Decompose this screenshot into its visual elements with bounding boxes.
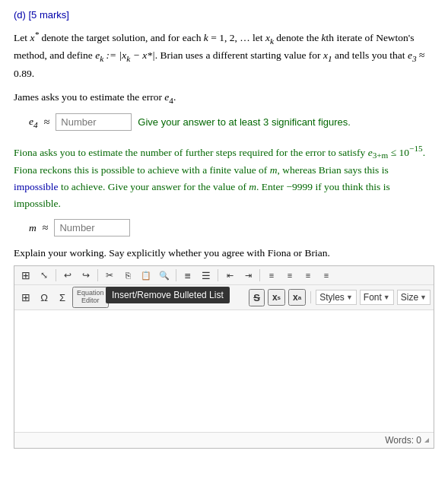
e4-hint: Give your answer to at least 3 significa… [138,116,351,128]
styles-arrow-icon: ▼ [346,294,353,301]
table-btn[interactable]: ⊞ [17,268,34,283]
fiona-text: Fiona asks you to estimate the number of… [14,141,434,211]
outdent-btn[interactable]: ⇤ [221,268,238,283]
e3m-sub: 3+m [373,151,389,160]
sep2 [97,269,98,281]
x1-var: x1 [323,49,332,61]
e3-val: e3 [408,49,417,61]
size-dropdown[interactable]: Size ▼ [397,290,431,305]
kth-var: k [322,32,326,43]
search-btn[interactable]: 🔍 [156,268,173,283]
undo-btn[interactable]: ↩ [59,268,76,283]
e4-number-input[interactable] [56,113,132,131]
redo-btn[interactable]: ↪ [78,268,94,283]
sigma-btn[interactable]: Σ [54,290,71,305]
subscript-btn[interactable]: xs [268,289,285,306]
e4-sub-inline: 4 [169,96,173,105]
row2-right: S xs xa Styles ▼ Font ▼ Size ▼ [249,289,431,306]
strikethrough-btn[interactable]: S [249,289,265,306]
k-var: k [204,32,208,43]
omega-btn[interactable]: Ω [36,290,52,305]
resize-handle-icon[interactable] [424,438,429,443]
styles-label: Styles [319,292,345,303]
align-left-btn[interactable]: ≡ [263,268,280,283]
sep6 [310,291,311,303]
ek-def: ek := |xk − x*| [95,49,154,61]
toolbar-row1: ⊞ ⤡ ↩ ↪ ✂ ⎘ 📋 🔍 ≡ ☰ ⇤ ⇥ ≡ ≡ ≡ ≡ [14,266,434,285]
eq-label-text: EquationEditor [77,290,104,305]
star-sup: * [34,29,39,38]
m-approx-symbol: ≈ [43,222,49,234]
editor-body[interactable] [14,310,434,432]
m-var1: m [270,164,278,176]
styles-dropdown[interactable]: Styles ▼ [316,290,357,305]
ol-btn[interactable]: ≡ [180,268,196,283]
impossible-text: impossible [14,181,59,192]
equation-editor-btn[interactable]: EquationEditor [72,287,109,308]
toolbar-row2: ⊞ Ω Σ EquationEditor Insert/Remove Bulle… [14,285,434,310]
sep1 [56,269,56,281]
m-answer-row: m ≈ [29,219,434,236]
explain-prompt: Explain your working. Say explicitly whe… [14,247,434,259]
neg15-sup: −15 [409,144,423,153]
font-label: Font [364,292,382,303]
xk-var: xk [265,32,274,43]
cut-btn[interactable]: ✂ [101,268,118,283]
superscript-btn[interactable]: xa [288,289,306,306]
paste-btn[interactable]: 📋 [138,268,154,283]
m-var2: m [249,181,256,192]
james-prompt: James asks you to estimate the error e4. [14,89,434,107]
align-center-btn[interactable]: ≡ [281,268,298,283]
justify-btn[interactable]: ≡ [318,268,335,283]
xstar-math: x* [30,32,39,43]
editor-footer: Words: 0 [14,432,434,448]
ul-btn[interactable]: ☰ [198,268,214,283]
indent-btn[interactable]: ⇥ [240,268,256,283]
maximize-btn[interactable]: ⤡ [36,268,52,283]
problem-text: Let x* denote the target solution, and f… [14,27,434,81]
sep5 [259,269,260,281]
font-dropdown[interactable]: Font ▼ [360,290,394,305]
m-math-label: m [29,222,37,234]
sep3 [176,269,176,281]
part-label: (d) [5 marks] [14,9,434,21]
align-right-btn[interactable]: ≡ [300,268,316,283]
e4-approx-symbol: ≈ [44,116,50,129]
copy-btn[interactable]: ⎘ [119,268,136,283]
word-count-label: Words: 0 [385,435,421,446]
font-arrow-icon: ▼ [383,294,390,301]
e4-answer-row: e4 ≈ Give your answer to at least 3 sign… [29,113,434,131]
size-arrow-icon: ▼ [420,294,427,301]
m-number-input[interactable] [54,219,130,236]
size-label: Size [401,292,418,303]
e4-math-label: e4 [29,116,38,129]
rich-text-editor: ⊞ ⤡ ↩ ↪ ✂ ⎘ 📋 🔍 ≡ ☰ ⇤ ⇥ ≡ ≡ ≡ ≡ ⊞ Ω Σ Eq… [14,265,434,449]
row2-left: ⊞ Ω Σ EquationEditor [17,287,109,308]
insert-bulleted-list-tooltip: Insert/Remove Bulleted List [106,287,230,303]
sep4 [218,269,218,281]
grid2-btn[interactable]: ⊞ [17,290,34,305]
